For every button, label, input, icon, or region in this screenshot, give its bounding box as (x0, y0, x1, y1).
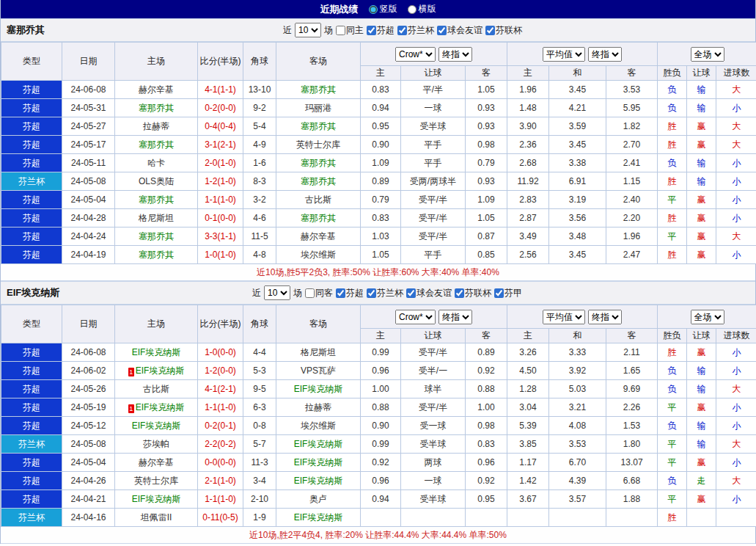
team-name: EIF埃克纳斯 (1, 286, 59, 299)
away-team-cell[interactable]: 古比斯 (276, 191, 361, 209)
home-team-cell[interactable]: EIF埃克纳斯 (115, 417, 198, 435)
result-cell: 负 (658, 417, 687, 435)
away-team-cell[interactable]: 英特士尔库 (276, 136, 361, 154)
league-checkbox[interactable] (437, 26, 447, 35)
home-team-cell[interactable]: 赫尔辛基 (115, 454, 198, 472)
away-team-cell[interactable]: EIF埃克纳斯 (276, 380, 361, 398)
home-team-cell[interactable]: EIF埃克纳斯 (115, 490, 198, 509)
odds-stage-select-1[interactable]: 终指 (438, 47, 472, 62)
league-filter-芬兰杯[interactable]: 芬兰杯 (367, 287, 403, 299)
home-team-cell[interactable]: 塞那乔其 (115, 191, 198, 209)
league-checkbox[interactable] (397, 26, 407, 35)
league-filter-芬联杯[interactable]: 芬联杯 (455, 287, 491, 299)
match-count-select[interactable]: 10 (264, 285, 290, 300)
away-team-cell[interactable]: 拉赫蒂 (276, 398, 361, 417)
away-team-cell[interactable]: EIF埃克纳斯 (276, 454, 361, 472)
league-filter-芬兰杯[interactable]: 芬兰杯 (397, 24, 434, 37)
league-filter-芬甲[interactable]: 芬甲 (494, 287, 522, 299)
home-team-cell[interactable]: 坦佩雷II (115, 509, 198, 527)
vertical-layout-radio[interactable] (369, 5, 378, 14)
same-venue-filter[interactable]: 同客 (305, 287, 333, 299)
odds-stage-select-2[interactable]: 终指 (588, 47, 622, 62)
league-checkbox[interactable] (367, 288, 376, 298)
home-team-cell[interactable]: 塞那乔其 (115, 246, 198, 264)
odds-stage-select-2[interactable]: 终指 (588, 310, 622, 324)
home-team-cell[interactable]: 塞那乔其 (115, 136, 198, 154)
bookmaker-select[interactable]: Crow* (395, 47, 436, 62)
league-filter-芬联杯[interactable]: 芬联杯 (485, 24, 522, 37)
avg-draw-cell: 3.45 (549, 81, 606, 99)
away-team-cell[interactable]: 玛丽港 (276, 99, 361, 117)
odds-home-cell: 0.95 (361, 117, 401, 136)
match-row: 芬兰杯 24-05-08 莎埃帕 2-2(0-2) 5-7 EIF埃克纳斯 0.… (1, 435, 756, 454)
odds-stage-select-1[interactable]: 终指 (438, 310, 472, 324)
home-team-cell[interactable]: 塞那乔其 (115, 228, 198, 246)
league-cell: 芬超 (1, 99, 62, 117)
home-team-cell[interactable]: EIF埃克纳斯 (115, 343, 198, 362)
same-venue-checkbox[interactable] (305, 288, 315, 298)
league-checkbox[interactable] (336, 288, 345, 298)
result-cell: 负 (658, 380, 687, 398)
away-team-cell[interactable]: 埃尔维斯 (276, 417, 361, 435)
period-select[interactable]: 全场 (691, 310, 724, 324)
away-team-cell[interactable]: 塞那乔其 (276, 117, 361, 136)
sub-col-header: 让球 (401, 329, 466, 343)
home-team-cell[interactable]: 莎埃帕 (115, 435, 198, 454)
home-team-cell[interactable]: 1EIF埃克纳斯 (115, 362, 198, 380)
match-count-select[interactable]: 10 (295, 23, 321, 37)
home-team-cell[interactable]: OLS奥陆 (115, 172, 198, 191)
result-cell: 胜 (658, 209, 687, 228)
odds-home-cell: 0.92 (361, 454, 401, 472)
result-cell: 平 (658, 228, 687, 246)
away-team-cell[interactable]: 赫尔辛基 (276, 228, 361, 246)
league-checkbox[interactable] (367, 26, 376, 35)
red-card-icon: 1 (128, 368, 134, 376)
odds-away-cell: 0.83 (466, 435, 507, 454)
score-cell: 0-1(0-0) (198, 209, 243, 228)
league-filter-label: 芬联杯 (496, 24, 522, 37)
away-team-cell[interactable]: 格尼斯坦 (276, 343, 361, 362)
home-team-cell[interactable]: 英特士尔库 (115, 472, 198, 490)
sub-col-header: 让球 (687, 329, 716, 343)
league-filter-芬超[interactable]: 芬超 (367, 24, 394, 37)
away-team-cell[interactable]: 塞那乔其 (276, 172, 361, 191)
away-team-cell[interactable]: 塞那乔其 (276, 154, 361, 172)
score-cell: 2-0(1-0) (198, 154, 243, 172)
away-team-cell[interactable]: EIF埃克纳斯 (276, 509, 361, 527)
same-venue-filter[interactable]: 同主 (336, 24, 364, 37)
away-team-cell[interactable]: VPS瓦萨 (276, 362, 361, 380)
away-team-cell[interactable]: 塞那乔其 (276, 81, 361, 99)
away-team-cell[interactable]: 塞那乔其 (276, 209, 361, 228)
average-select[interactable]: 平均值 (543, 47, 585, 62)
home-team-cell[interactable]: 赫尔辛基 (115, 81, 198, 99)
away-team-cell[interactable]: EIF埃克纳斯 (276, 472, 361, 490)
league-checkbox[interactable] (485, 26, 495, 35)
league-checkbox[interactable] (494, 288, 504, 298)
period-select[interactable]: 全场 (691, 47, 724, 62)
layout-radio-horizontal[interactable]: 横版 (408, 3, 436, 15)
league-filter-球会友谊[interactable]: 球会友谊 (406, 287, 452, 299)
bookmaker-select[interactable]: Crow* (395, 310, 436, 324)
average-select[interactable]: 平均值 (543, 310, 585, 324)
home-team-cell[interactable]: 1EIF埃克纳斯 (115, 398, 198, 417)
result-cell: 负 (658, 81, 687, 99)
league-filter-芬超[interactable]: 芬超 (336, 287, 364, 299)
home-team-cell[interactable]: 古比斯 (115, 380, 198, 398)
away-team-cell[interactable]: 奥卢 (276, 490, 361, 509)
home-team-cell[interactable]: 格尼斯坦 (115, 209, 198, 228)
league-checkbox[interactable] (406, 288, 416, 298)
league-filter-球会友谊[interactable]: 球会友谊 (437, 24, 482, 37)
layout-radio-vertical[interactable]: 竖版 (369, 3, 397, 15)
home-team-cell[interactable]: 哈卡 (115, 154, 198, 172)
odds-home-cell: 1.03 (361, 228, 401, 246)
same-venue-checkbox[interactable] (336, 26, 345, 35)
handicap-result-cell: 赢 (687, 228, 716, 246)
match-row: 芬超 24-05-04 赫尔辛基 0-0(0-0) 11-3 EIF埃克纳斯 0… (1, 454, 756, 472)
horizontal-layout-radio[interactable] (408, 5, 416, 14)
home-team-cell[interactable]: 塞那乔其 (115, 99, 198, 117)
away-team-cell[interactable]: 埃尔维斯 (276, 246, 361, 264)
league-checkbox[interactable] (455, 288, 464, 298)
sub-col-header: 客 (466, 329, 507, 343)
away-team-cell[interactable]: EIF埃克纳斯 (276, 435, 361, 454)
home-team-cell[interactable]: 拉赫蒂 (115, 117, 198, 136)
